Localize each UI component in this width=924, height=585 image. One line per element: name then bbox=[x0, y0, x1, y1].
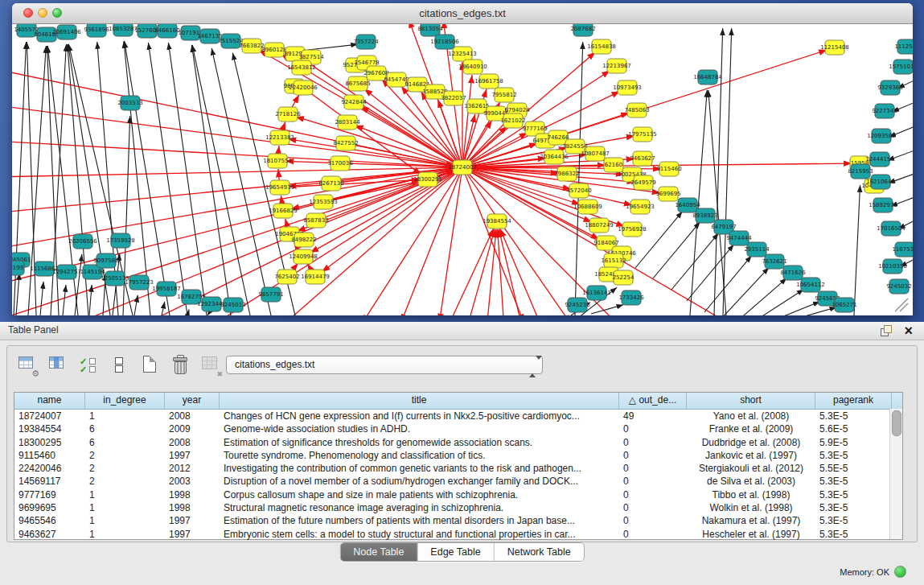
table-cell-year[interactable]: 2009 bbox=[165, 422, 220, 435]
table-cell-year[interactable]: 2003 bbox=[165, 475, 220, 488]
table-row[interactable]: 977716911998Corpus callosum shape and si… bbox=[14, 488, 902, 501]
scrollbar-thumb[interactable] bbox=[892, 410, 901, 436]
table-cell-pagerank[interactable]: 5.3E-5 bbox=[815, 514, 892, 527]
table-cell-short[interactable]: Yano et al. (2008) bbox=[687, 410, 815, 422]
table-cell-year[interactable]: 1997 bbox=[165, 514, 220, 527]
network-window[interactable]: citations_edges.txt 14055729046189206914… bbox=[12, 3, 913, 315]
table-cell-out_de[interactable]: 0 bbox=[619, 501, 687, 514]
table-cell-title[interactable]: Structural magnetic resonance image aver… bbox=[220, 501, 619, 514]
table-row[interactable]: 1830029562008Estimation of significance … bbox=[14, 436, 902, 449]
table-cell-short[interactable]: Jankovic et al. (1997) bbox=[687, 449, 815, 462]
table-cell-pagerank[interactable]: 5.5E-5 bbox=[815, 462, 892, 475]
table-cell-in_degree[interactable]: 1 bbox=[85, 528, 165, 541]
table-cell-in_degree[interactable]: 1 bbox=[85, 488, 165, 501]
table-cell-short[interactable]: Stergiakouli et al. (2012) bbox=[687, 462, 815, 475]
table-cell-pagerank[interactable]: 5.3E-5 bbox=[815, 488, 892, 501]
table-row[interactable]: 1938455462009Genome-wide association stu… bbox=[14, 422, 902, 435]
table-cell-short[interactable]: Hescheler et al. (1997) bbox=[687, 528, 815, 541]
table-cell-title[interactable]: Genome-wide association studies in ADHD. bbox=[220, 422, 619, 435]
tab-node-table[interactable]: Node Table bbox=[340, 543, 417, 561]
table-cell-in_degree[interactable]: 1 bbox=[85, 501, 165, 514]
table-cell-year[interactable]: 2012 bbox=[165, 462, 220, 475]
table-cell-year[interactable]: 1998 bbox=[165, 488, 220, 501]
column-header-short[interactable]: short bbox=[687, 393, 815, 409]
table-cell-short[interactable]: Wolkin et al. (1998) bbox=[687, 501, 815, 514]
table-row[interactable]: 1456911722003Disruption of a novel membe… bbox=[14, 475, 902, 488]
network-canvas[interactable]: 1405572904618920691406936189610853287152… bbox=[12, 24, 913, 315]
table-cell-title[interactable]: Investigating the contribution of common… bbox=[220, 462, 619, 475]
table-cell-name[interactable]: 19384554 bbox=[14, 422, 85, 435]
table-cell-pagerank[interactable]: 5.6E-5 bbox=[815, 422, 892, 435]
float-panel-icon[interactable] bbox=[881, 325, 892, 336]
table-cell-pagerank[interactable]: 5.9E-5 bbox=[815, 436, 892, 449]
table-cell-title[interactable]: Corpus callosum shape and size in male p… bbox=[220, 488, 619, 501]
table-cell-year[interactable]: 2008 bbox=[165, 436, 220, 449]
table-cell-out_de[interactable]: 0 bbox=[619, 475, 687, 488]
table-cell-pagerank[interactable]: 5.3E-5 bbox=[815, 410, 892, 422]
table-cell-name[interactable]: 18300295 bbox=[14, 436, 85, 449]
table-cell-out_de[interactable]: 0 bbox=[619, 488, 687, 501]
table-cell-in_degree[interactable]: 2 bbox=[85, 475, 165, 488]
rows-icon[interactable] bbox=[109, 353, 129, 376]
table-cell-pagerank[interactable]: 5.3E-5 bbox=[815, 449, 892, 462]
column-header-in_degree[interactable]: in_degree bbox=[85, 393, 165, 409]
table-cell-year[interactable]: 1997 bbox=[165, 449, 220, 462]
table-cell-year[interactable]: 2008 bbox=[165, 410, 220, 422]
table-cell-out_de[interactable]: 0 bbox=[619, 528, 687, 541]
table-cell-name[interactable]: 9465546 bbox=[14, 514, 85, 527]
table-cell-out_de[interactable]: 0 bbox=[619, 436, 687, 449]
table-row[interactable]: 911546021997Tourette syndrome. Phenomeno… bbox=[14, 449, 902, 462]
table-cell-name[interactable]: 9699695 bbox=[14, 501, 85, 514]
column-header-pagerank[interactable]: pagerank bbox=[815, 393, 892, 409]
table-cell-out_de[interactable]: 49 bbox=[619, 410, 687, 422]
table-row[interactable]: 1872400712008Changes of HCN gene express… bbox=[14, 410, 902, 422]
table-cell-title[interactable]: Changes of HCN gene expression and I(f) … bbox=[220, 410, 619, 422]
column-header-name[interactable]: name bbox=[14, 393, 85, 409]
table-row[interactable]: 2242004622012Investigating the contribut… bbox=[14, 462, 902, 475]
new-document-icon[interactable] bbox=[139, 353, 160, 376]
table-row[interactable]: 946362711997Embryonic stem cells: a mode… bbox=[14, 528, 902, 541]
select-all-checks-icon[interactable]: ✓✓ bbox=[78, 353, 99, 376]
table-source-select[interactable]: citations_edges.txt bbox=[226, 356, 543, 374]
table-cell-title[interactable]: Disruption of a novel member of a sodium… bbox=[220, 475, 619, 488]
table-cell-title[interactable]: Estimation of the future numbers of pati… bbox=[220, 514, 619, 527]
table-cell-year[interactable]: 1997 bbox=[165, 528, 220, 541]
table-cell-name[interactable]: 14569117 bbox=[14, 475, 85, 488]
table-cell-short[interactable]: de Silva et al. (2003) bbox=[687, 475, 815, 488]
table-column-select-icon[interactable] bbox=[47, 353, 68, 376]
column-header-out_de[interactable]: △ out_de... bbox=[619, 393, 687, 409]
table-row[interactable]: 946554611997Estimation of the future num… bbox=[14, 514, 902, 527]
zoom-traffic-light-icon[interactable] bbox=[52, 8, 62, 18]
table-cell-year[interactable]: 1998 bbox=[165, 501, 220, 514]
table-cell-pagerank[interactable]: 5.3E-5 bbox=[815, 501, 892, 514]
table-settings-icon[interactable]: ⚙ bbox=[17, 353, 38, 376]
minimize-traffic-light-icon[interactable] bbox=[38, 8, 47, 18]
table-cell-name[interactable]: 9115460 bbox=[14, 449, 85, 462]
vertical-scrollbar[interactable] bbox=[889, 409, 902, 539]
table-cell-in_degree[interactable]: 6 bbox=[85, 436, 165, 449]
table-cell-title[interactable]: Tourette syndrome. Phenomenology and cla… bbox=[220, 449, 619, 462]
table-cell-name[interactable]: 22420046 bbox=[14, 462, 85, 475]
table-cell-out_de[interactable]: 0 bbox=[619, 449, 687, 462]
table-cell-short[interactable]: Nakamura et al. (1997) bbox=[687, 514, 815, 527]
table-row[interactable]: 969969511998Structural magnetic resonanc… bbox=[14, 501, 902, 514]
table-cell-name[interactable]: 9777169 bbox=[14, 488, 85, 501]
table-cell-in_degree[interactable]: 1 bbox=[85, 514, 165, 527]
table-cell-out_de[interactable]: 0 bbox=[619, 462, 687, 475]
table-cell-title[interactable]: Embryonic stem cells: a model to study s… bbox=[220, 528, 619, 541]
node-table[interactable]: namein_degreeyeartitle△ out_de...shortpa… bbox=[14, 392, 903, 540]
tab-edge-table[interactable]: Edge Table bbox=[417, 543, 494, 561]
close-panel-icon[interactable]: × bbox=[904, 322, 913, 340]
table-cell-name[interactable]: 9463627 bbox=[14, 528, 85, 541]
table-cell-in_degree[interactable]: 6 bbox=[85, 422, 165, 435]
table-cell-in_degree[interactable]: 2 bbox=[85, 462, 165, 475]
column-header-title[interactable]: title bbox=[220, 393, 619, 409]
network-window-titlebar[interactable]: citations_edges.txt bbox=[12, 3, 913, 24]
table-cell-in_degree[interactable]: 1 bbox=[85, 410, 165, 422]
close-traffic-light-icon[interactable] bbox=[23, 8, 33, 18]
table-cell-pagerank[interactable]: 5.3E-5 bbox=[815, 475, 892, 488]
table-cell-pagerank[interactable]: 5.3E-5 bbox=[815, 528, 892, 541]
table-cell-short[interactable]: Dudbridge et al. (2008) bbox=[687, 436, 815, 449]
column-header-year[interactable]: year bbox=[165, 393, 220, 409]
table-cell-short[interactable]: Tibbo et al. (1998) bbox=[687, 488, 815, 501]
